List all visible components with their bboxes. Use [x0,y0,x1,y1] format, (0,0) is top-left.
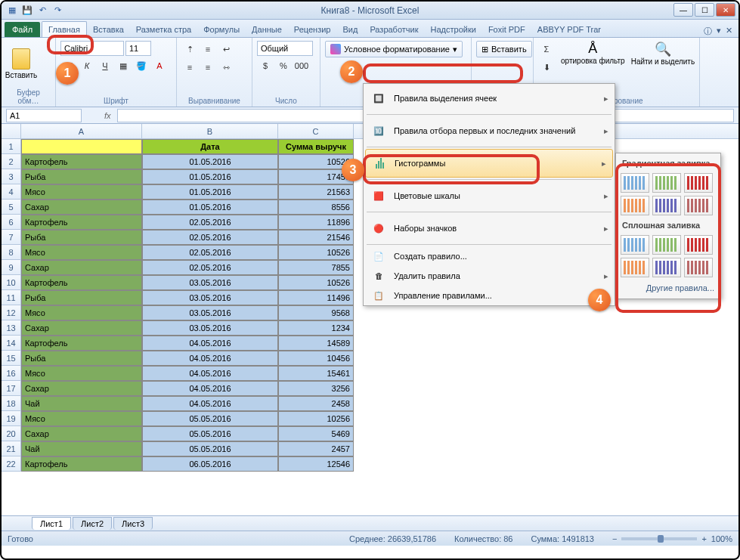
cell[interactable]: 10526 [278,275,354,290]
row-header[interactable]: 19 [2,411,21,426]
find-icon[interactable]: 🔍 [655,41,671,57]
cell[interactable]: 03.05.2016 [142,290,278,305]
currency-button[interactable]: $ [257,57,274,74]
cell[interactable]: 02.05.2016 [142,260,278,275]
cell[interactable]: 01.05.2016 [142,154,278,169]
maximize-button[interactable]: ☐ [695,3,714,17]
cell[interactable]: Сумма выручк [278,139,354,154]
cell[interactable]: Сахар [21,381,142,396]
databar-lightblue-gradient[interactable] [652,196,681,215]
menu-manage-rules[interactable]: 📋 Управление правилами... [364,286,615,305]
databar-orange-solid[interactable] [621,258,649,277]
menu-highlight-rules[interactable]: 🔲 Правила выделения ячеек [364,84,615,113]
row-header[interactable]: 21 [2,441,21,456]
cell[interactable]: 01.05.2016 [142,200,278,215]
databar-green-gradient[interactable] [652,173,681,193]
cell[interactable]: Мясо [21,366,142,381]
cell[interactable]: 11496 [278,290,354,305]
menu-clear-rules[interactable]: 🗑 Удалить правила [364,266,615,286]
row-header[interactable]: 2 [2,154,21,169]
row-header[interactable]: 20 [2,426,21,441]
cell[interactable]: Картофель [21,275,142,290]
conditional-formatting-button[interactable]: Условное форматирование ▾ [325,41,463,57]
gallery-more-rules[interactable]: Другие правила... [619,280,717,295]
help-icon[interactable]: ⓘ [704,26,712,37]
col-header-c[interactable]: C [278,124,354,138]
row-header[interactable]: 4 [2,184,21,200]
databar-green-solid[interactable] [652,235,681,255]
cell[interactable]: 02.05.2016 [142,215,278,230]
align-left-button[interactable]: ≡ [181,59,198,76]
zoom-in-button[interactable]: + [701,534,706,543]
fx-icon[interactable]: fx [104,111,111,120]
row-header[interactable]: 17 [2,381,21,396]
row-header[interactable]: 22 [2,456,21,472]
row-header[interactable]: 8 [2,245,21,260]
cell[interactable]: 2457 [278,441,354,456]
tab-data[interactable]: Данные [246,22,288,37]
cell[interactable]: Мясо [21,245,142,260]
cell[interactable]: 04.05.2016 [142,381,278,396]
align-center-button[interactable]: ≡ [200,59,216,76]
cell[interactable]: 9568 [278,305,354,320]
row-header[interactable]: 12 [2,305,21,320]
cell[interactable]: 1234 [278,320,354,336]
cell[interactable]: Картофель [21,154,142,169]
cell[interactable]: 03.05.2016 [142,305,278,320]
cell[interactable]: Дата [142,139,278,154]
cell[interactable]: Мясо [21,411,142,426]
cell[interactable]: Сахар [21,320,142,336]
databar-blue-gradient[interactable] [621,173,649,193]
cell[interactable]: 04.05.2016 [142,396,278,411]
tab-formulas[interactable]: Формулы [197,22,246,37]
cell[interactable]: 21546 [278,230,354,245]
cell[interactable]: Мясо [21,305,142,320]
cell[interactable]: 04.05.2016 [142,336,278,351]
cell[interactable]: 03.05.2016 [142,275,278,290]
zoom-out-button[interactable]: − [612,534,617,543]
close-button[interactable]: ✕ [716,3,735,17]
cell[interactable]: Чай [21,441,142,456]
cell[interactable]: 7855 [278,260,354,275]
cell[interactable]: 02.05.2016 [142,245,278,260]
cell[interactable]: 01.05.2016 [142,169,278,184]
sheet-tab-1[interactable]: Лист1 [32,517,71,530]
row-header[interactable]: 7 [2,230,21,245]
cell[interactable]: 10456 [278,351,354,366]
underline-button[interactable]: Ч [97,57,113,74]
doc-close-icon[interactable]: ✕ [726,26,732,37]
merge-button[interactable]: ⇿ [218,59,234,76]
tab-insert[interactable]: Вставка [87,22,130,37]
cell[interactable]: 14589 [278,336,354,351]
databar-lightblue-solid[interactable] [652,258,681,277]
tab-home[interactable]: Главная [42,21,87,37]
fill-color-button[interactable]: 🪣 [133,57,150,74]
cell[interactable]: 5469 [278,426,354,441]
border-button[interactable]: ▦ [115,57,132,74]
name-box[interactable]: A1 [6,109,82,122]
col-header-a[interactable]: A [21,124,142,138]
cell[interactable]: 04.05.2016 [142,366,278,381]
menu-icon-sets[interactable]: 🔴 Наборы значков [364,214,615,243]
row-header[interactable]: 3 [2,169,21,184]
italic-button[interactable]: К [79,57,95,74]
cell[interactable]: 11896 [278,215,354,230]
cell[interactable]: 21563 [278,184,354,200]
row-header[interactable]: 16 [2,366,21,381]
cell[interactable]: Картофель [21,456,142,472]
cell[interactable]: 06.05.2016 [142,456,278,472]
cell[interactable]: 12546 [278,456,354,472]
cell[interactable]: Рыба [21,169,142,184]
wrap-button[interactable]: ↩ [218,41,234,57]
databar-blue-solid[interactable] [621,235,649,255]
tab-foxit[interactable]: Foxit PDF [482,22,531,37]
tab-abbyy[interactable]: ABBYY PDF Trar [531,22,607,37]
cell[interactable]: Сахар [21,426,142,441]
align-mid-button[interactable]: ≡ [200,41,216,57]
font-size-select[interactable] [125,41,151,56]
cell[interactable]: 03.05.2016 [142,320,278,336]
paste-button[interactable]: Вставить [6,41,36,86]
sheet-tab-2[interactable]: Лист2 [73,517,112,530]
cell[interactable]: 01.05.2016 [142,184,278,200]
cell[interactable]: 05.05.2016 [142,426,278,441]
